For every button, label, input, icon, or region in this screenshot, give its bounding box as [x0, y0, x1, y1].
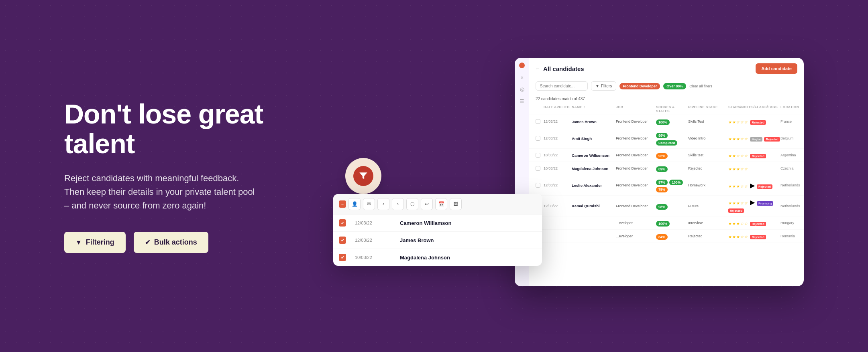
search-input[interactable] — [536, 81, 588, 91]
headline: Don't lose great talent — [64, 99, 273, 159]
stars-cell: ★★★☆☆ ▶ Promising Rejected — [728, 198, 780, 213]
stars-cell: ★★☆☆☆ Rejected — [728, 118, 780, 125]
sidebar-icon-3: ☰ — [519, 98, 525, 104]
sidebar-icon-2: ◎ — [519, 86, 525, 92]
filter-icon: ▼ — [75, 239, 82, 246]
bulk-btn-image[interactable]: 🖼 — [450, 198, 462, 210]
stars-cell: ★★★☆☆ ▶ Rejected — [728, 182, 780, 189]
add-candidate-button[interactable]: Add candidate — [756, 63, 797, 74]
row-checkbox[interactable] — [536, 166, 540, 171]
row-checkbox[interactable] — [536, 119, 540, 124]
location-cell: Czechia — [780, 166, 804, 170]
bulk-btn-prev[interactable]: ‹ — [377, 198, 389, 210]
bulk-btn-calendar[interactable]: 📅 — [435, 198, 447, 210]
funnel-icon — [353, 166, 373, 186]
filter-icon-small: ▼ — [595, 84, 599, 88]
date-cell: 10/03/22 — [544, 153, 572, 157]
bulk-btn-person[interactable]: 👤 — [348, 198, 361, 210]
score-badge: 84% — [656, 234, 668, 240]
bulk-row-checkbox[interactable]: ✔ — [339, 254, 346, 261]
location-cell: Netherlands — [780, 183, 804, 187]
name-cell: Cameron Williamson — [572, 153, 616, 158]
table-row[interactable]: ...eveloper 100% Interview ★★★☆☆ Rejecte… — [529, 216, 804, 230]
date-cell: 10/03/22 — [544, 166, 572, 170]
stars-cell: ★★★☆☆ Rejected — [728, 233, 780, 240]
funnel-decoration — [345, 158, 381, 194]
table-row[interactable]: 12/03/22 James Brown Frontend Developer … — [529, 115, 804, 128]
date-cell: 12/03/22 — [544, 119, 572, 123]
filters-button[interactable]: ▼ Filters — [591, 81, 616, 91]
main-content: ← All candidates Add candidate ▼ Filters… — [529, 58, 804, 286]
completed-badge: Completed — [656, 140, 677, 146]
pipeline-cell: Interview — [688, 221, 728, 225]
filter-tag-1[interactable]: Frontend Developer — [619, 83, 660, 89]
right-panel: « ◎ ☰ ← All candidates Add candidate — [321, 46, 804, 306]
table-row[interactable]: 12/03/22 Kamal Quraishi Frontend Develop… — [529, 196, 804, 216]
score-badge: 99% — [656, 133, 668, 138]
job-cell: Frontend Developer — [616, 119, 656, 123]
date-cell: 12/03/22 — [544, 183, 572, 187]
location-cell: Netherlands — [780, 204, 804, 208]
clear-filters-link[interactable]: Clear all filters — [689, 84, 712, 88]
bulk-candidate-row[interactable]: ✔ 12/03/22 James Brown — [333, 232, 542, 249]
bulk-select-all[interactable]: − — [339, 200, 346, 208]
job-cell: ...eveloper — [616, 221, 656, 225]
stars-cell: ★★★☆☆ Maybe Rejected — [728, 135, 780, 142]
cta-buttons: ▼ Filtering ✔ Bulk actions — [64, 232, 273, 253]
table-row[interactable]: 12/03/22 Amit Singh Frontend Developer 9… — [529, 128, 804, 149]
score-badge: 92% — [656, 153, 668, 159]
candidate-count: 22 candidates match of 437 — [536, 97, 585, 101]
bulk-name: Magdalena Johnson — [400, 255, 536, 261]
bulk-btn-tag[interactable]: ⬡ — [406, 198, 418, 210]
pipeline-cell: Future — [688, 204, 728, 208]
bulk-toolbar: − 👤 ✉ ‹ › ⬡ ↩ 📅 🖼 — [333, 194, 542, 214]
job-cell: Frontend Developer — [616, 166, 656, 170]
filter-tag-2[interactable]: Over 80% — [663, 83, 686, 89]
app-window: « ◎ ☰ ← All candidates Add candidate — [515, 58, 804, 286]
filtering-label: Filtering — [86, 238, 114, 247]
bulk-date: 12/03/22 — [355, 238, 395, 243]
stars-cell: ★★☆☆☆ Rejected — [728, 152, 780, 159]
row-checkbox[interactable] — [536, 183, 540, 188]
col-name: NAME ↕ — [572, 105, 616, 113]
row-checkbox[interactable] — [536, 153, 540, 158]
col-location: LOCATION — [780, 105, 804, 113]
date-cell: 12/03/22 — [544, 136, 572, 140]
name-cell: James Brown — [572, 119, 616, 124]
table-row[interactable]: ...eveloper 84% Rejected ★★★☆☆ Rejected … — [529, 230, 804, 243]
bulk-candidate-row[interactable]: ✔ 10/03/22 Magdalena Johnson — [333, 249, 542, 266]
col-check — [536, 105, 544, 113]
bulk-actions-label: Bulk actions — [154, 238, 197, 247]
app-title: All candidates — [543, 65, 584, 72]
bulk-btn-mail[interactable]: ✉ — [363, 198, 375, 210]
back-arrow[interactable]: ← — [536, 66, 540, 71]
bulk-btn-undo[interactable]: ↩ — [421, 198, 433, 210]
bulk-date: 10/03/22 — [355, 255, 395, 260]
stars-cell: ★★★☆☆ — [728, 165, 780, 172]
bulk-row-checkbox[interactable]: ✔ — [339, 237, 346, 244]
date-cell: 12/03/22 — [544, 204, 572, 208]
location-cell: Romania — [780, 234, 804, 238]
job-cell: Frontend Developer — [616, 153, 656, 157]
bulk-actions-button[interactable]: ✔ Bulk actions — [134, 232, 208, 253]
bulk-row-checkbox[interactable]: ✔ — [339, 219, 346, 227]
col-stars: STARS/NOTES/FLAGS/TAGS — [728, 105, 780, 113]
table-row[interactable]: 10/03/22 Cameron Williamson Frontend Dev… — [529, 149, 804, 162]
bulk-actions-popup: − 👤 ✉ ‹ › ⬡ ↩ 📅 🖼 ✔ 12/03/22 Cameron Wil… — [333, 194, 542, 266]
col-pipeline: PIPELINE STAGE — [688, 105, 728, 113]
pipeline-cell: Skills test — [688, 153, 728, 157]
row-checkbox[interactable] — [536, 136, 540, 141]
bulk-name: James Brown — [400, 237, 536, 243]
bulk-candidate-row[interactable]: ✔ 12/03/22 Cameron Williamson — [333, 214, 542, 232]
table-row[interactable]: 10/03/22 Magdalena Johnson Frontend Deve… — [529, 162, 804, 175]
subtext: Reject candidates with meaningful feedba… — [64, 172, 257, 212]
filtering-button[interactable]: ▼ Filtering — [64, 232, 126, 253]
location-cell: Argentina — [780, 153, 804, 157]
pipeline-cell: Skills Test — [688, 119, 728, 123]
app-header: ← All candidates Add candidate — [529, 58, 804, 78]
job-cell: Frontend Developer — [616, 204, 656, 208]
job-cell: Frontend Developer — [616, 136, 656, 140]
bulk-btn-next[interactable]: › — [392, 198, 404, 210]
table-row[interactable]: 12/03/22 Leslie Alexander Frontend Devel… — [529, 175, 804, 196]
score-badge: 98% — [656, 204, 668, 210]
